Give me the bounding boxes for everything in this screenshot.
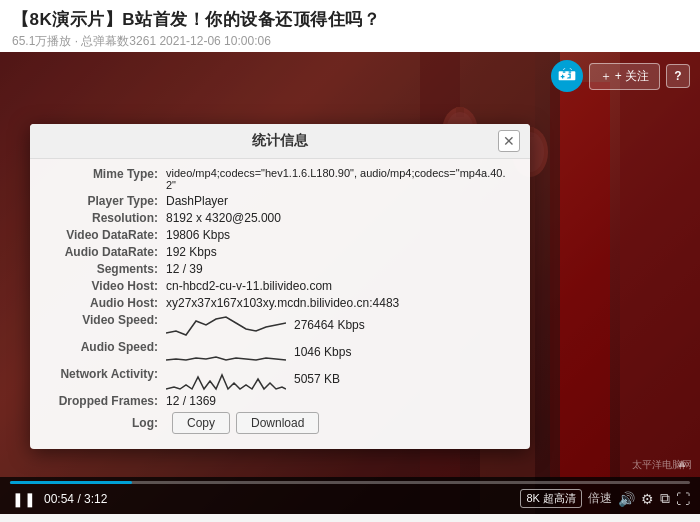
player-controls: ❚❚ 00:54 / 3:12 8K 超高清 倍速 🔊 ⚙ ⧉ ⛶ bbox=[0, 477, 700, 514]
audio-speed-row: Audio Speed: 1046 Kbps bbox=[46, 340, 514, 364]
time-current: 00:54 bbox=[44, 492, 74, 506]
mime-type-row: Mime Type: video/mp4;codecs="hev1.1.6.L1… bbox=[46, 167, 514, 191]
settings-icon[interactable]: ⚙ bbox=[641, 491, 654, 507]
page-title: 【8K演示片】B站首发！你的设备还顶得住吗？ bbox=[12, 8, 688, 31]
audio-datarate-row: Audio DataRate: 192 Kbps bbox=[46, 245, 514, 259]
audio-datarate-label: Audio DataRate: bbox=[46, 245, 166, 259]
audio-speed-sparkline bbox=[166, 340, 286, 364]
volume-icon[interactable]: 🔊 bbox=[618, 491, 635, 507]
video-host-label: Video Host: bbox=[46, 279, 166, 293]
page-meta: 65.1万播放 · 总弹幕数3261 2021-12-06 10:00:06 bbox=[12, 33, 688, 50]
audio-host-row: Audio Host: xy27x37x167x103xy.mcdn.biliv… bbox=[46, 296, 514, 310]
pause-button[interactable]: ❚❚ bbox=[10, 491, 38, 507]
video-host-value: cn-hbcd2-cu-v-11.bilivideo.com bbox=[166, 279, 514, 293]
watermark: 太平洋电脑网 bbox=[632, 458, 692, 472]
video-datarate-value: 19806 Kbps bbox=[166, 228, 514, 242]
network-activity-value: 5057 KB bbox=[166, 367, 340, 391]
time-display: 00:54 / 3:12 bbox=[44, 492, 107, 506]
help-button[interactable]: ? bbox=[666, 64, 690, 88]
dropped-frames-label: Dropped Frames: bbox=[46, 394, 166, 408]
stats-body: Mime Type: video/mp4;codecs="hev1.1.6.L1… bbox=[30, 159, 530, 449]
video-speed-kbps: 276464 Kbps bbox=[294, 318, 365, 332]
stats-dialog-header: 统计信息 ✕ bbox=[30, 124, 530, 159]
log-label: Log: bbox=[46, 416, 166, 430]
player-type-row: Player Type: DashPlayer bbox=[46, 194, 514, 208]
audio-host-value: xy27x37x167x103xy.mcdn.bilivideo.cn:4483 bbox=[166, 296, 514, 310]
mime-type-label: Mime Type: bbox=[46, 167, 166, 181]
svg-rect-3 bbox=[620, 52, 700, 514]
segments-row: Segments: 12 / 39 bbox=[46, 262, 514, 276]
pip-icon[interactable]: ⧉ bbox=[660, 490, 670, 507]
stats-dialog-title: 统计信息 bbox=[252, 132, 308, 150]
stats-dialog: 统计信息 ✕ Mime Type: video/mp4;codecs="hev1… bbox=[30, 124, 530, 449]
network-activity-row: Network Activity: 5057 KB bbox=[46, 367, 514, 391]
quality-badge[interactable]: 8K 超高清 bbox=[520, 489, 582, 508]
video-host-row: Video Host: cn-hbcd2-cu-v-11.bilivideo.c… bbox=[46, 279, 514, 293]
follow-button[interactable]: ＋ + 关注 bbox=[589, 63, 660, 90]
copy-button[interactable]: Copy bbox=[172, 412, 230, 434]
player-top-bar: ＋ + 关注 ? bbox=[541, 52, 700, 100]
time-total: 3:12 bbox=[84, 492, 107, 506]
video-datarate-label: Video DataRate: bbox=[46, 228, 166, 242]
bilibili-logo bbox=[551, 60, 583, 92]
audio-host-label: Audio Host: bbox=[46, 296, 166, 310]
mime-type-value: video/mp4;codecs="hev1.1.6.L180.90", aud… bbox=[166, 167, 514, 191]
fullscreen-icon[interactable]: ⛶ bbox=[676, 491, 690, 507]
segments-label: Segments: bbox=[46, 262, 166, 276]
plus-icon: ＋ bbox=[600, 68, 612, 85]
network-activity-kb: 5057 KB bbox=[294, 372, 340, 386]
download-button[interactable]: Download bbox=[236, 412, 319, 434]
network-activity-label: Network Activity: bbox=[46, 367, 166, 381]
controls-row: ❚❚ 00:54 / 3:12 8K 超高清 倍速 🔊 ⚙ ⧉ ⛶ bbox=[10, 489, 690, 508]
video-speed-sparkline bbox=[166, 313, 286, 337]
video-datarate-row: Video DataRate: 19806 Kbps bbox=[46, 228, 514, 242]
speed-badge[interactable]: 倍速 bbox=[588, 490, 612, 507]
audio-datarate-value: 192 Kbps bbox=[166, 245, 514, 259]
dropped-frames-value: 12 / 1369 bbox=[166, 394, 514, 408]
player-type-label: Player Type: bbox=[46, 194, 166, 208]
segments-value: 12 / 39 bbox=[166, 262, 514, 276]
video-speed-value: 276464 Kbps bbox=[166, 313, 365, 337]
resolution-label: Resolution: bbox=[46, 211, 166, 225]
resolution-value: 8192 x 4320@25.000 bbox=[166, 211, 514, 225]
page-header: 【8K演示片】B站首发！你的设备还顶得住吗？ 65.1万播放 · 总弹幕数326… bbox=[0, 0, 700, 52]
pause-icon: ❚❚ bbox=[12, 491, 36, 507]
player-type-value: DashPlayer bbox=[166, 194, 514, 208]
video-player: ＋ + 关注 ? 统计信息 ✕ Mime Type: video/mp4;cod… bbox=[0, 52, 700, 514]
audio-speed-value: 1046 Kbps bbox=[166, 340, 351, 364]
log-row: Log: Copy Download bbox=[46, 412, 514, 434]
stats-close-button[interactable]: ✕ bbox=[498, 130, 520, 152]
network-activity-sparkline bbox=[166, 367, 286, 391]
dropped-frames-row: Dropped Frames: 12 / 1369 bbox=[46, 394, 514, 408]
progress-bar[interactable] bbox=[10, 481, 690, 484]
resolution-row: Resolution: 8192 x 4320@25.000 bbox=[46, 211, 514, 225]
video-speed-row: Video Speed: 276464 Kbps bbox=[46, 313, 514, 337]
video-speed-label: Video Speed: bbox=[46, 313, 166, 327]
audio-speed-label: Audio Speed: bbox=[46, 340, 166, 354]
progress-bar-fill bbox=[10, 481, 132, 484]
audio-speed-kbps: 1046 Kbps bbox=[294, 345, 351, 359]
